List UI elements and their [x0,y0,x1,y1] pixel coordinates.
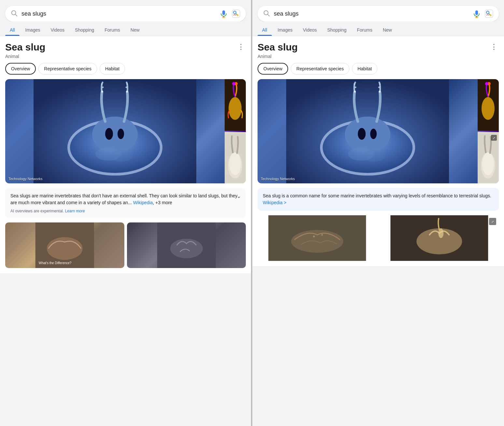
search-icon [10,9,18,18]
pill-habitat-right[interactable]: Habitat [352,63,377,75]
pill-overview-left[interactable]: Overview [5,63,36,75]
svg-point-7 [237,14,239,16]
svg-point-19 [127,83,128,85]
expand-description-icon[interactable]: ⌄ [236,192,241,200]
tab-images-right[interactable]: Images [273,24,297,36]
right-panel: All Images Videos Shopping Forums New Se… [252,0,504,426]
left-bottom-image-1[interactable]: What's the Difference? [5,222,124,268]
tab-shopping-left[interactable]: Shopping [70,24,99,36]
left-more-options-icon[interactable]: ⋮ [236,41,246,52]
left-sea-slug-image: Technology Networks [5,79,225,183]
left-main-image[interactable]: Technology Networks [5,79,246,183]
svg-point-54 [379,83,381,85]
left-side-image-bottom[interactable] [225,133,246,183]
tab-videos-left[interactable]: Videos [46,24,69,36]
svg-point-42 [490,14,492,16]
right-search-box[interactable] [258,6,499,21]
tab-forums-left[interactable]: Forums [100,24,124,36]
svg-line-1 [15,14,17,16]
pill-habitat-left[interactable]: Habitat [100,63,125,75]
wikipedia-link-left[interactable]: Wikipedia [133,200,153,205]
tab-images-left[interactable]: Images [21,24,45,36]
svg-point-13 [118,129,124,139]
svg-point-16 [101,83,102,85]
svg-point-51 [354,83,355,85]
svg-point-12 [105,128,113,140]
svg-point-14 [101,91,103,92]
right-side-image-bottom[interactable]: ⤢ [478,133,499,183]
left-bottom-image-2[interactable] [127,222,246,268]
svg-point-60 [485,82,488,85]
right-lens-icon[interactable] [484,9,494,18]
svg-point-53 [378,87,380,88]
right-search-input[interactable] [274,10,472,17]
tab-videos-right[interactable]: Videos [298,24,321,36]
svg-line-36 [268,14,269,16]
right-content: Sea slug ⋮ Animal Overview Representativ… [252,36,504,266]
right-sea-slug-image: Technology Networks [258,79,478,183]
svg-point-28 [229,152,241,175]
left-side-image-top[interactable] [225,79,246,132]
svg-point-49 [354,91,356,92]
tab-forums-right[interactable]: Forums [352,24,377,36]
svg-point-34 [170,239,203,258]
right-pills-row: Overview Representative species Habitat [258,63,499,75]
svg-point-50 [355,87,357,88]
left-entity-header: Sea slug ⋮ [5,41,246,53]
pill-representative-species-left[interactable]: Representative species [38,63,97,75]
right-entity-type: Animal [258,54,499,59]
svg-point-67 [321,234,323,236]
right-more-options-icon[interactable]: ⋮ [489,41,499,52]
right-main-image[interactable]: Technology Networks [258,79,499,183]
tab-new-left[interactable]: New [126,24,144,36]
right-tabs-bar: All Images Videos Shopping Forums New [252,21,504,36]
right-bottom-image-1[interactable] [258,215,377,261]
lens-icon[interactable] [231,9,241,18]
tab-shopping-right[interactable]: Shopping [323,24,351,36]
right-expand-corner-2[interactable]: ⤢ [489,218,496,225]
svg-point-41 [486,11,489,14]
right-side-image-top[interactable] [478,79,499,132]
right-bottom-image-2[interactable]: ⤢ [380,215,499,261]
right-expand-corner[interactable]: ⤢ [491,135,497,141]
svg-point-18 [126,87,127,88]
svg-point-48 [370,129,377,139]
svg-point-31 [47,237,83,260]
svg-point-47 [358,128,366,140]
left-search-input[interactable] [21,10,219,17]
svg-point-6 [233,11,236,14]
left-pills-row: Overview Representative species Habitat [5,63,246,75]
svg-point-17 [126,91,128,92]
right-search-icon [263,9,270,18]
learn-more-link[interactable]: Learn more [65,209,85,213]
svg-point-66 [313,235,315,237]
left-ai-note: AI overviews are experimental. Learn mor… [10,209,241,213]
left-description-text: Sea slugs are marine invertebrates that … [10,192,241,206]
left-bottom-images: What's the Difference? [5,222,246,268]
right-description-box: Sea slug is a common name for some marin… [258,188,499,211]
right-search-area [252,0,504,21]
left-panel: All Images Videos Shopping Forums New Se… [0,0,252,426]
right-image-source: Technology Networks [261,177,295,181]
expand-corner-icon: ⤢ [493,136,495,140]
left-entity-type: Animal [5,54,246,59]
tab-new-right[interactable]: New [378,24,397,36]
mic-icon[interactable] [219,9,228,18]
svg-point-52 [379,91,381,92]
svg-text:What's the Difference?: What's the Difference? [39,261,72,265]
right-mic-icon[interactable] [472,9,481,18]
svg-point-11 [92,117,138,152]
svg-rect-37 [475,10,478,15]
right-entity-header: Sea slug ⋮ [258,41,499,53]
left-search-box[interactable] [5,6,246,21]
svg-point-23 [229,97,242,120]
wikipedia-link-right[interactable]: Wikipedia > [263,200,287,205]
right-knowledge-panel: Sea slug ⋮ Animal Overview Representativ… [258,41,499,261]
pill-representative-species-right[interactable]: Representative species [291,63,349,75]
svg-point-25 [232,82,235,85]
tab-all-left[interactable]: All [5,24,20,36]
left-knowledge-panel: Sea slug ⋮ Animal Overview Representativ… [5,41,246,268]
pill-overview-right[interactable]: Overview [258,63,288,75]
svg-point-63 [482,152,494,175]
tab-all-right[interactable]: All [258,24,272,36]
